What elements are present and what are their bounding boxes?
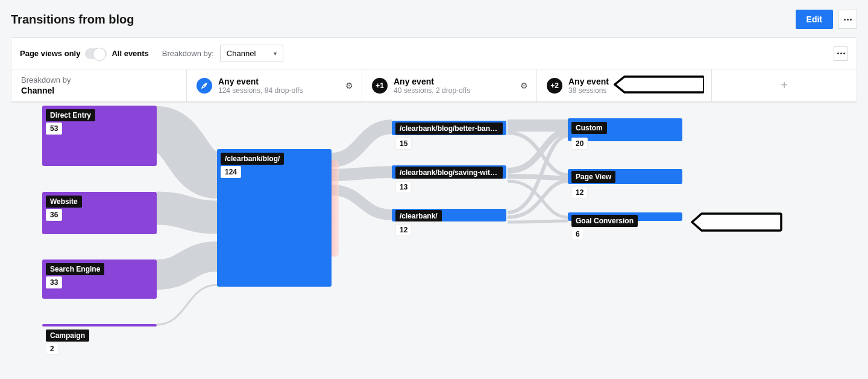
gear-icon[interactable]: ⚙	[520, 81, 528, 91]
step-title: Any event	[218, 77, 303, 86]
node-count: 12	[395, 224, 412, 236]
funnel-step-2[interactable]: +1 Any event 40 sessions, 2 drop-offs ⚙	[362, 69, 537, 101]
rocket-icon	[197, 78, 212, 94]
node-count: 20	[571, 138, 588, 150]
chevron-down-icon: ▾	[274, 50, 277, 57]
step-title: Any event	[394, 77, 470, 86]
breakdown-column-header: Breakdown by Channel	[11, 69, 187, 101]
filter-toolbar: Page views only All events Breakdown by:…	[11, 38, 857, 69]
node-page-better-banking[interactable]: /clearbank/blog/better-bankin...	[392, 121, 506, 135]
funnel-step-1[interactable]: Any event 124 sessions, 84 drop-offs ⚙	[187, 69, 362, 101]
breakdown-caption: Breakdown by	[21, 75, 71, 84]
edit-button[interactable]: Edit	[796, 10, 833, 29]
node-label: /clearbank/blog/better-bankin...	[395, 123, 503, 135]
node-count: 15	[395, 138, 412, 150]
gear-icon[interactable]: ⚙	[345, 81, 353, 91]
node-count: 6	[571, 228, 584, 240]
breakdown-by-label: Breakdown by:	[162, 49, 214, 58]
node-blog[interactable]: /clearbank/blog/ 124	[217, 149, 332, 287]
page-title: Transitions from blog	[11, 13, 134, 27]
node-page-clearbank[interactable]: /clearbank/	[392, 209, 506, 221]
node-count: 2	[46, 343, 58, 355]
all-events-label: All events	[112, 49, 148, 58]
node-label: Website	[46, 196, 82, 208]
step-title: Any event	[568, 77, 609, 86]
funnel-step-3[interactable]: +2 Any event 38 sessions	[537, 69, 712, 101]
callout-arrow-icon	[614, 74, 704, 95]
node-label: Direct Entry	[46, 109, 95, 121]
breakdown-value: Channel	[21, 86, 54, 95]
more-icon	[837, 53, 845, 54]
node-campaign[interactable]	[42, 324, 157, 326]
add-step-button[interactable]: +	[712, 69, 857, 101]
step-subtitle: 124 sessions, 84 drop-offs	[218, 86, 303, 95]
node-search-engine[interactable]: Search Engine 33	[42, 260, 157, 299]
svg-point-0	[204, 84, 206, 86]
node-label: Page View	[571, 171, 615, 183]
step-subtitle: 40 sessions, 2 drop-offs	[394, 86, 470, 95]
step-subtitle: 38 sessions	[568, 86, 609, 95]
sankey-canvas: Direct Entry 53 Website 36 Search Engine…	[0, 103, 868, 362]
funnel-steps-header: Breakdown by Channel Any event 124 sessi…	[11, 69, 857, 102]
toolbar-more-button[interactable]	[834, 46, 848, 61]
node-page-view[interactable]: Page View	[568, 169, 682, 184]
node-label: /clearbank/blog/	[221, 153, 284, 165]
node-direct-entry[interactable]: Direct Entry 53	[42, 106, 157, 166]
toggle-switch-icon[interactable]	[85, 48, 107, 59]
breakdown-select[interactable]: Channel ▾	[220, 45, 283, 62]
node-count: 33	[46, 276, 62, 288]
node-count: 13	[395, 181, 412, 193]
view-mode-toggle[interactable]: Page views only All events	[20, 48, 149, 59]
node-page-saving-with[interactable]: /clearbank/blog/saving-with-c...	[392, 165, 506, 179]
breakdown-select-value: Channel	[227, 49, 256, 58]
node-website[interactable]: Website 36	[42, 192, 157, 234]
node-label: Search Engine	[46, 263, 104, 275]
more-actions-button[interactable]	[838, 10, 857, 29]
node-label: Campaign	[46, 330, 89, 342]
node-label: Custom	[571, 122, 607, 134]
node-label: /clearbank/blog/saving-with-c...	[395, 167, 503, 179]
node-count: 124	[221, 166, 241, 178]
step-badge: +2	[547, 78, 562, 94]
step-badge: +1	[372, 78, 388, 94]
node-label: /clearbank/	[395, 210, 442, 221]
node-count: 36	[46, 209, 62, 221]
node-label: Goal Conversion	[571, 215, 638, 227]
page-views-only-label: Page views only	[20, 49, 80, 58]
more-icon	[844, 19, 852, 21]
node-count: 12	[571, 186, 588, 199]
node-count: 53	[46, 123, 62, 135]
plus-icon: +	[781, 78, 788, 92]
dropoff-indicator	[332, 160, 339, 256]
callout-arrow-icon	[691, 211, 782, 233]
